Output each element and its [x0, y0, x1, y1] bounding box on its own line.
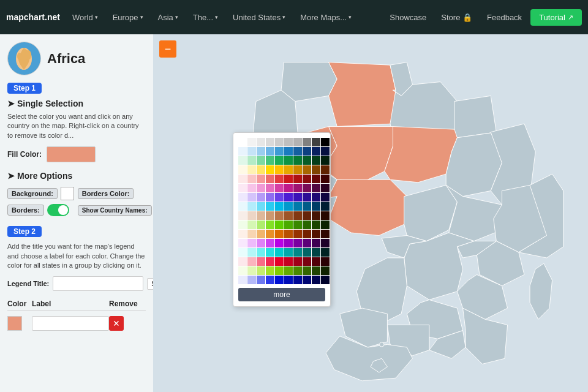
color-cell[interactable] [257, 156, 265, 165]
color-cell[interactable] [257, 165, 265, 174]
color-cell[interactable] [303, 165, 311, 174]
color-cell[interactable] [293, 276, 302, 284]
color-cell[interactable] [247, 257, 256, 266]
color-cell[interactable] [266, 175, 274, 183]
color-cell[interactable] [303, 257, 311, 266]
color-cell[interactable] [238, 156, 247, 165]
color-cell[interactable] [293, 239, 302, 247]
color-cell[interactable] [238, 211, 247, 220]
color-cell[interactable] [275, 184, 284, 192]
color-cell[interactable] [293, 138, 302, 146]
color-cell[interactable] [275, 266, 284, 275]
nav-asia[interactable]: Asia ▾ [152, 9, 184, 26]
color-cell[interactable] [312, 248, 320, 257]
more-colors-button[interactable]: more [238, 288, 325, 301]
color-cell[interactable] [247, 184, 256, 192]
color-cell[interactable] [321, 184, 330, 192]
color-cell[interactable] [284, 193, 293, 202]
color-cell[interactable] [303, 175, 311, 183]
color-cell[interactable] [321, 211, 330, 220]
color-cell[interactable] [303, 202, 311, 211]
color-cell[interactable] [247, 147, 256, 156]
color-cell[interactable] [321, 156, 330, 165]
color-cell[interactable] [257, 248, 265, 257]
nav-more-maps[interactable]: More Maps... ▾ [294, 9, 358, 26]
color-cell[interactable] [266, 248, 274, 257]
color-cell[interactable] [275, 276, 284, 284]
color-cell[interactable] [284, 184, 293, 192]
background-swatch[interactable] [61, 187, 74, 200]
color-cell[interactable] [247, 202, 256, 211]
color-cell[interactable] [312, 202, 320, 211]
color-cell[interactable] [275, 193, 284, 202]
color-cell[interactable] [238, 138, 247, 146]
color-cell[interactable] [247, 266, 256, 275]
color-cell[interactable] [247, 230, 256, 238]
color-cell[interactable] [293, 211, 302, 220]
color-cell[interactable] [266, 276, 274, 284]
color-cell[interactable] [312, 138, 320, 146]
color-cell[interactable] [321, 266, 330, 275]
color-cell[interactable] [284, 156, 293, 165]
color-cell[interactable] [238, 193, 247, 202]
color-cell[interactable] [257, 211, 265, 220]
color-cell[interactable] [257, 276, 265, 284]
color-cell[interactable] [312, 147, 320, 156]
color-cell[interactable] [303, 147, 311, 156]
color-cell[interactable] [238, 257, 247, 266]
color-cell[interactable] [293, 156, 302, 165]
color-cell[interactable] [312, 193, 320, 202]
color-cell[interactable] [257, 147, 265, 156]
color-cell[interactable] [293, 202, 302, 211]
color-cell[interactable] [247, 175, 256, 183]
color-cell[interactable] [238, 175, 247, 183]
color-cell[interactable] [312, 221, 320, 229]
zoom-minus-button[interactable]: − [159, 40, 176, 58]
color-cell[interactable] [312, 230, 320, 238]
color-cell[interactable] [247, 248, 256, 257]
nav-europe[interactable]: Europe ▾ [107, 9, 149, 26]
color-cell[interactable] [284, 211, 293, 220]
color-cell[interactable] [284, 175, 293, 183]
color-cell[interactable] [321, 193, 330, 202]
color-cell[interactable] [266, 221, 274, 229]
color-cell[interactable] [247, 156, 256, 165]
color-cell[interactable] [303, 276, 311, 284]
nav-world[interactable]: World ▾ [66, 9, 104, 26]
color-cell[interactable] [321, 138, 330, 146]
color-cell[interactable] [321, 202, 330, 211]
color-cell[interactable] [312, 266, 320, 275]
color-cell[interactable] [247, 221, 256, 229]
color-cell[interactable] [321, 175, 330, 183]
nav-us[interactable]: United States ▾ [227, 9, 292, 26]
color-cell[interactable] [238, 276, 247, 284]
color-cell[interactable] [293, 175, 302, 183]
color-cell[interactable] [303, 221, 311, 229]
color-cell[interactable] [275, 257, 284, 266]
color-cell[interactable] [284, 257, 293, 266]
color-cell[interactable] [303, 211, 311, 220]
color-cell[interactable] [238, 147, 247, 156]
color-cell[interactable] [312, 165, 320, 174]
color-cell[interactable] [238, 165, 247, 174]
color-cell[interactable] [284, 276, 293, 284]
color-cell[interactable] [284, 165, 293, 174]
color-cell[interactable] [293, 184, 302, 192]
color-cell[interactable] [303, 156, 311, 165]
nav-showcase[interactable]: Showcase [383, 9, 432, 26]
nav-store[interactable]: Store 🔒 [435, 9, 478, 26]
color-cell[interactable] [303, 248, 311, 257]
fill-color-swatch[interactable] [47, 146, 96, 162]
color-cell[interactable] [266, 147, 274, 156]
color-cell[interactable] [257, 138, 265, 146]
color-cell[interactable] [257, 193, 265, 202]
color-cell[interactable] [303, 184, 311, 192]
color-cell[interactable] [266, 156, 274, 165]
color-cell[interactable] [275, 156, 284, 165]
color-cell[interactable] [238, 248, 247, 257]
color-cell[interactable] [284, 248, 293, 257]
color-cell[interactable] [275, 175, 284, 183]
color-cell[interactable] [247, 239, 256, 247]
show-legend-button[interactable]: Show Legend ▾ [147, 278, 153, 290]
color-cell[interactable] [257, 221, 265, 229]
